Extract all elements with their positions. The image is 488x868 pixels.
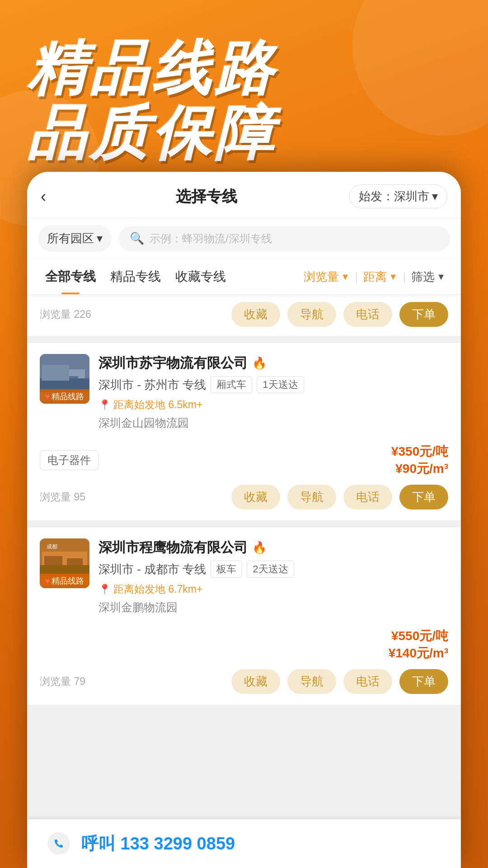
search-icon: 🔍 [130,231,144,245]
order-button-1[interactable]: 下单 [399,485,448,509]
tab-bar: 全部专线 精品专线 收藏专线 浏览量 ▼ | 距离 ▼ | 筛选 ▼ [27,259,461,295]
card-footer: 浏览量 226 收藏 导航 电话 下单 [40,302,448,327]
location-icon: 📍 [99,399,111,411]
svg-rect-5 [42,365,69,381]
route-text-2: 深圳市 - 成都市 专线 [99,561,206,577]
route-text: 深圳市 - 苏州市 专线 [99,377,206,393]
goods-tag: 电子器件 [40,450,99,470]
partial-card: 浏览量 226 收藏 导航 电话 下单 [27,295,461,336]
search-row: 所有园区 ▾ 🔍 示例：蜂羽物流/深圳专线 [27,218,461,259]
region-selector[interactable]: 所有园区 ▾ [38,225,112,252]
search-input[interactable]: 🔍 示例：蜂羽物流/深圳专线 [119,226,450,251]
distance-text: 距离始发地 6.5km+ [113,398,202,412]
company-image-1: ♥ 精品线路 [40,354,89,404]
navigate-button-1[interactable]: 导航 [287,485,336,509]
view-count-2: 浏览量 79 [40,675,224,689]
price-per-ton: ¥350元/吨 [391,443,448,460]
phone-button-1[interactable]: 电话 [343,485,392,509]
route-row: 深圳市 - 苏州市 专线 厢式车 1天送达 [99,376,448,393]
view-count: 浏览量 226 [40,307,224,321]
price-block-2: ¥550元/吨 ¥140元/m³ [389,627,448,662]
sort-arrow-icon2: ▼ [389,272,398,282]
call-number[interactable]: 呼叫 133 3299 0859 [81,832,235,855]
sort-views-button[interactable]: 浏览量 ▼ [299,260,354,294]
logistics-card-1: ♥ 精品线路 深圳市苏宇物流有限公司 🔥 深圳市 - 苏州市 专线 厢式车 1天… [27,343,461,520]
fire-icon: 🔥 [252,356,267,370]
sort-divider: | [354,261,359,292]
city-label: 始发：深圳市 [359,189,429,204]
phone-button[interactable]: 电话 [343,302,392,327]
sort-arrow-icon: ▼ [341,272,350,282]
card-footer-1: 浏览量 95 收藏 导航 电话 下单 [40,485,448,509]
vehicle-tag-2: 板车 [211,561,242,578]
bottom-bar: 呼叫 133 3299 0859 [27,819,461,868]
logistics-card-2: 成都 ♥ 精品线路 深圳市程鹰物流有限公司 🔥 深圳市 - 成都市 专线 [27,528,461,705]
company-image-2: 成都 ♥ 精品线路 [40,538,89,588]
route-row-2: 深圳市 - 成都市 专线 板车 2天送达 [99,561,448,578]
order-button-2[interactable]: 下单 [399,669,448,694]
navigate-button[interactable]: 导航 [287,302,336,327]
card-info-2: 深圳市程鹰物流有限公司 🔥 深圳市 - 成都市 专线 板车 2天送达 📍 距离始… [99,538,448,620]
price-per-ton-2: ¥550元/吨 [389,627,448,645]
page-title: 选择专线 [63,186,349,207]
back-button[interactable]: ‹ [41,187,63,206]
sort-distance-button[interactable]: 距离 ▼ [359,260,402,294]
company-name: 深圳市苏宇物流有限公司 [99,354,248,373]
price-per-m3: ¥90元/m³ [391,460,448,477]
phone-icon [45,830,72,857]
price-block: ¥350元/吨 ¥90元/m³ [391,443,448,477]
city-selector[interactable]: 始发：深圳市 ▾ [349,184,447,208]
search-placeholder: 示例：蜂羽物流/深圳专线 [150,231,272,246]
phone-button-2[interactable]: 电话 [343,669,392,694]
save-button[interactable]: 收藏 [231,302,280,327]
sort-divider2: | [402,261,407,292]
card-header-2: 成都 ♥ 精品线路 深圳市程鹰物流有限公司 🔥 深圳市 - 成都市 专线 [40,538,448,620]
fire-icon-2: 🔥 [252,541,267,555]
filter-arrow-icon: ▼ [436,272,446,282]
chevron-down-icon: ▾ [97,231,103,245]
card-footer-2: 浏览量 79 收藏 导航 电话 下单 [40,669,448,694]
save-button-2[interactable]: 收藏 [231,669,280,694]
distance-text-2: 距离始发地 6.7km+ [113,582,202,596]
delivery-tag: 1天送达 [257,376,304,393]
premium-badge: ♥ 精品线路 [40,389,89,404]
card-mid-row-2: ¥550元/吨 ¥140元/m³ [40,627,448,662]
vehicle-tag: 厢式车 [211,376,252,393]
filter-button[interactable]: 筛选 ▼ [407,260,450,294]
navbar: ‹ 选择专线 始发：深圳市 ▾ [27,172,461,218]
price-per-m3-2: ¥140元/m³ [389,645,448,662]
tab-all[interactable]: 全部专线 [38,259,103,294]
distance-row-2: 📍 距离始发地 6.7km+ [99,582,448,596]
view-count-1: 浏览量 95 [40,490,224,504]
card-info: 深圳市苏宇物流有限公司 🔥 深圳市 - 苏州市 专线 厢式车 1天送达 📍 距离… [99,354,448,436]
card-mid-row: 电子器件 ¥350元/吨 ¥90元/m³ [40,443,448,477]
save-button-1[interactable]: 收藏 [231,485,280,509]
premium-badge-2: ♥ 精品线路 [40,574,89,588]
card-header: ♥ 精品线路 深圳市苏宇物流有限公司 🔥 深圳市 - 苏州市 专线 厢式车 1天… [40,354,448,436]
distance-row: 📍 距离始发地 6.5km+ [99,398,448,412]
svg-text:成都: 成都 [47,543,57,550]
company-name-2: 深圳市程鹰物流有限公司 [99,538,248,557]
order-button[interactable]: 下单 [399,302,448,327]
location-text-2: 深圳金鹏物流园 [99,600,448,615]
region-label: 所有园区 [47,231,94,246]
delivery-tag-2: 2天送达 [247,561,294,578]
chevron-down-icon: ▾ [432,189,438,203]
navigate-button-2[interactable]: 导航 [287,669,336,694]
phone-mockup: ‹ 选择专线 始发：深圳市 ▾ 所有园区 ▾ 🔍 示例：蜂羽物流/深圳专线 全部… [27,172,461,868]
content-area: 浏览量 226 收藏 导航 电话 下单 [27,295,461,868]
tab-premium[interactable]: 精品专线 [103,259,168,294]
location-text: 深圳金山园物流园 [99,415,448,430]
tab-saved[interactable]: 收藏专线 [168,259,233,294]
svg-point-12 [47,832,70,855]
location-icon-2: 📍 [99,584,111,595]
